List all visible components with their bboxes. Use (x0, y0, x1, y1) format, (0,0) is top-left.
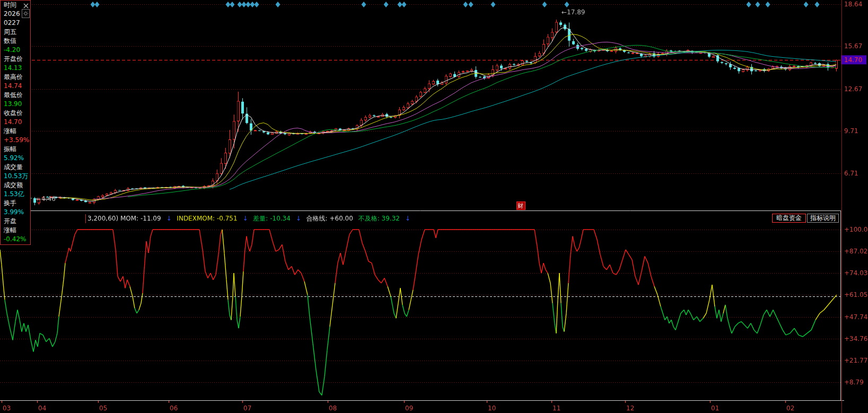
info-turnover-label: 换手 (1, 199, 30, 208)
info-amount-label: 成交额 (1, 181, 30, 190)
stock-chart-window: 时间 2026 0227 周五 数值 -4.20 开盘价 14.13 最高价 1… (0, 0, 868, 413)
info-open-label: 开盘价 (1, 55, 30, 64)
info-ampl: 5.92% (1, 154, 30, 163)
close-icon[interactable] (23, 1, 30, 8)
crosshair-info-panel: 时间 2026 0227 周五 数值 -4.20 开盘价 14.13 最高价 1… (0, 0, 31, 245)
info-value-label: 数值 (1, 37, 30, 46)
info-amount: 1.53亿 (1, 190, 30, 199)
down-arrow-icon: ↓ (242, 215, 248, 222)
indicator-row-divider (85, 214, 86, 223)
info-close-label: 收盘价 (1, 109, 30, 118)
chart-canvas[interactable] (0, 0, 868, 413)
dark-pool-funds-button[interactable]: 暗盘资金 (772, 214, 806, 223)
info-openchg-label1: 开盘 (1, 217, 30, 226)
info-weekday: 周五 (1, 28, 30, 37)
indexmom-value: INDEXMOM: -0.751 (177, 215, 237, 222)
info-high: 14.74 (1, 82, 30, 91)
info-value: -4.20 (1, 46, 30, 55)
down-arrow-icon: ↓ (166, 215, 171, 222)
info-openchg-label2: 涨幅 (1, 226, 30, 235)
info-openchg: -0.42% (1, 235, 30, 244)
info-close: 14.70 (1, 118, 30, 127)
gear-icon[interactable] (22, 9, 30, 18)
info-open: 14.13 (1, 64, 30, 73)
info-turnover: 3.99% (1, 208, 30, 217)
info-vol: 10.53万 (1, 172, 30, 181)
diff-value: 差量: -10.34 (253, 215, 291, 222)
down-arrow-icon: ↓ (296, 215, 301, 222)
info-date: 0227 (1, 19, 30, 28)
indicator-help-button[interactable]: 指标说明 (807, 214, 839, 223)
info-ampl-label: 振幅 (1, 145, 30, 154)
info-change-label: 涨幅 (1, 127, 30, 136)
info-change: +3.59% (1, 136, 30, 145)
down-arrow-icon: ↓ (405, 215, 410, 222)
info-vol-label: 成交量 (1, 163, 30, 172)
info-low: 13.90 (1, 100, 30, 109)
mom-params-value: 3,200,60) MOM: -11.09 (87, 215, 161, 222)
fail-value: 不及格: 39.32 (358, 215, 400, 222)
info-high-label: 最高价 (1, 73, 30, 82)
passline-value: 合格线: +60.00 (306, 215, 353, 222)
indicator-value-row: 3,200,60) MOM: -11.09 ↓ INDEXMOM: -0.751… (87, 214, 414, 223)
info-low-label: 最低价 (1, 91, 30, 100)
